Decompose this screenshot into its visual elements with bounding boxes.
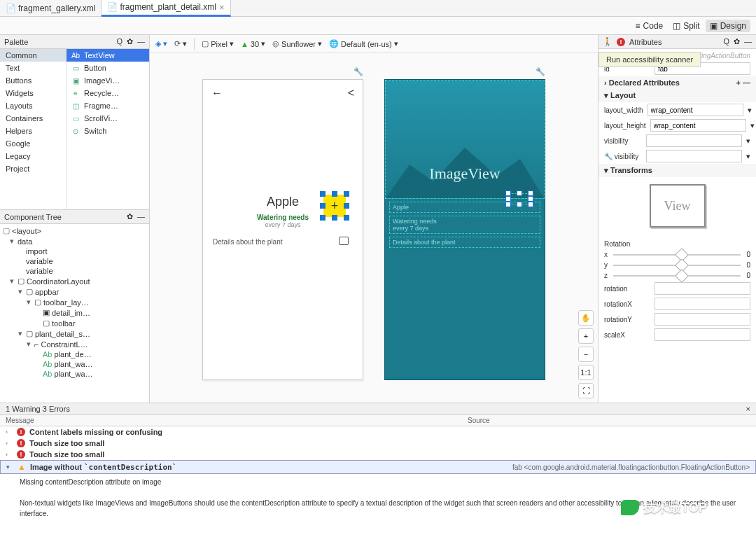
cat-layouts[interactable]: Layouts	[0, 99, 66, 112]
tree-layout[interactable]: ▢<layout>	[0, 225, 149, 236]
zoom-fit-button[interactable]: ⛶	[578, 383, 594, 398]
zoom-actual-button[interactable]: 1:1	[578, 365, 594, 380]
rot-input[interactable]	[654, 282, 750, 295]
gear-icon[interactable]: ✿	[127, 212, 133, 221]
zoom-in-button[interactable]: +	[578, 328, 594, 344]
tree-plant-detail-scroll[interactable]: ▾▢plant_detail_s…	[0, 328, 149, 339]
slider-y[interactable]: y0	[598, 260, 756, 270]
cat-common[interactable]: Common	[0, 49, 66, 62]
resize-handle[interactable]	[344, 191, 349, 197]
tree-toolbar-layout[interactable]: ▾▢toolbar_lay…	[0, 297, 149, 307]
chevron-down-icon[interactable]: ▾	[746, 137, 750, 146]
tree-plant-wa[interactable]: Abplant_wa…	[0, 359, 149, 369]
resize-handle[interactable]	[344, 215, 349, 221]
item-switch[interactable]: ⊙Switch	[66, 125, 149, 137]
cat-google[interactable]: Google	[0, 137, 66, 150]
close-icon[interactable]: ×	[746, 405, 750, 413]
chevron-down-icon[interactable]: ▾	[746, 152, 750, 161]
mode-split[interactable]: ◫Split	[668, 20, 704, 32]
cat-buttons[interactable]: Buttons	[0, 74, 66, 87]
resize-handle[interactable]	[517, 202, 522, 207]
vis-input[interactable]	[646, 134, 742, 147]
slider-x[interactable]: x0	[598, 249, 756, 260]
resize-handle[interactable]	[332, 215, 337, 221]
section-layout[interactable]: ▾ Layout	[598, 89, 756, 102]
cat-containers[interactable]: Containers	[0, 112, 66, 125]
cat-project[interactable]: Project	[0, 162, 66, 175]
mode-code[interactable]: ≡Code	[631, 20, 668, 32]
close-icon[interactable]: ×	[219, 2, 225, 13]
lw-input[interactable]	[648, 104, 743, 116]
error-badge[interactable]: !	[617, 38, 625, 46]
resize-handle[interactable]	[517, 190, 522, 196]
roty-input[interactable]	[654, 313, 750, 326]
design-canvas[interactable]: 🔧 ← < Apple Watering needs every 7 days …	[150, 53, 598, 403]
minimize-icon[interactable]: —	[744, 37, 752, 46]
resize-handle[interactable]	[528, 202, 533, 207]
search-icon[interactable]: Q	[116, 37, 122, 46]
bp-fab-selected[interactable]	[508, 193, 531, 204]
resize-handle[interactable]	[505, 196, 511, 202]
tree-plant-de[interactable]: Abplant_de…	[0, 349, 149, 359]
api-select[interactable]: ▲ 30 ▾	[241, 39, 265, 48]
gear-icon[interactable]: ✿	[734, 37, 740, 46]
pan-button[interactable]: ✋	[578, 310, 594, 326]
tab-plant-detail[interactable]: 📄 fragment_plant_detail.xml ×	[102, 0, 230, 17]
tree-constraint[interactable]: ▾⌐ConstraintL…	[0, 339, 149, 349]
mode-design[interactable]: ▣Design	[706, 20, 750, 32]
tree-data[interactable]: ▾data	[0, 236, 149, 246]
tab-gallery[interactable]: 📄 fragment_gallery.xml	[0, 0, 102, 17]
tree-detail-image[interactable]: ▣detail_im…	[0, 307, 149, 318]
cat-legacy[interactable]: Legacy	[0, 150, 66, 162]
accessibility-icon[interactable]: 🚶	[603, 37, 612, 46]
section-declared[interactable]: › Declared Attributes+ —	[598, 76, 756, 89]
locale-select[interactable]: 🌐 Default (en-us) ▾	[329, 39, 398, 48]
tree-import[interactable]: import	[0, 246, 149, 256]
issue-touch-small-2[interactable]: ›!Touch size too small	[0, 449, 756, 460]
blueprint-preview[interactable]: ImageView Apple Watering needsevery 7 da…	[384, 79, 545, 380]
resize-handle[interactable]	[320, 215, 326, 221]
resize-handle[interactable]	[505, 202, 511, 207]
resize-handle[interactable]	[528, 190, 533, 196]
slider-z[interactable]: z0	[598, 270, 756, 281]
item-fragment[interactable]: ◫Fragme…	[66, 99, 149, 112]
search-icon[interactable]: Q	[723, 37, 729, 46]
remove-icon[interactable]: —	[743, 78, 750, 87]
tree-variable[interactable]: variable	[0, 256, 149, 266]
tree-variable[interactable]: variable	[0, 266, 149, 276]
rotx-input[interactable]	[654, 298, 750, 310]
resize-handle[interactable]	[320, 191, 326, 197]
tree-appbar[interactable]: ▾▢appbar	[0, 286, 149, 297]
cat-helpers[interactable]: Helpers	[0, 125, 66, 137]
resize-handle[interactable]	[320, 203, 326, 209]
item-textview[interactable]: AbTextView	[66, 49, 149, 62]
issue-touch-small-1[interactable]: ›!Touch size too small	[0, 438, 756, 449]
chevron-down-icon[interactable]: ▾	[748, 106, 752, 115]
device-preview[interactable]: ← < Apple Watering needs every 7 days De…	[202, 79, 363, 380]
chevron-down-icon[interactable]: ▾	[750, 121, 755, 130]
item-button[interactable]: ▭Button	[66, 62, 149, 74]
component-tree[interactable]: ▢<layout> ▾data import variable variable…	[0, 224, 149, 403]
tree-plant-wa2[interactable]: Abplant_wa…	[0, 369, 149, 379]
device-select[interactable]: ▢ Pixel ▾	[202, 39, 234, 48]
minimize-icon[interactable]: —	[137, 212, 145, 221]
tree-coordinator[interactable]: ▾▢CoordinatorLayout	[0, 276, 149, 286]
theme-select[interactable]: ◎ Sunflower ▾	[272, 39, 322, 48]
fab-selected[interactable]: +	[323, 195, 346, 217]
issue-content-description[interactable]: ▾▲ Image without `contentDescription` fa…	[0, 460, 756, 474]
attributes-body[interactable]: FloatingActionButton id › Declared Attri…	[598, 49, 756, 403]
item-recycler[interactable]: ≡Recycle…	[66, 87, 149, 99]
orientation-icon[interactable]: ⟳ ▾	[174, 39, 187, 48]
resize-handle[interactable]	[344, 203, 349, 209]
tools-vis-input[interactable]	[646, 150, 742, 162]
cat-widgets[interactable]: Widgets	[0, 87, 66, 99]
issue-content-labels[interactable]: ›!Content labels missing or confusing	[0, 426, 756, 438]
zoom-out-button[interactable]: −	[578, 347, 594, 362]
add-icon[interactable]: +	[736, 78, 741, 87]
lh-input[interactable]	[650, 119, 746, 132]
gear-icon[interactable]: ✿	[127, 37, 133, 46]
item-imageview[interactable]: ▣ImageVi…	[66, 74, 149, 87]
resize-handle[interactable]	[505, 190, 511, 196]
cat-text[interactable]: Text	[0, 62, 66, 74]
section-transforms[interactable]: ▾ Transforms	[598, 164, 756, 177]
